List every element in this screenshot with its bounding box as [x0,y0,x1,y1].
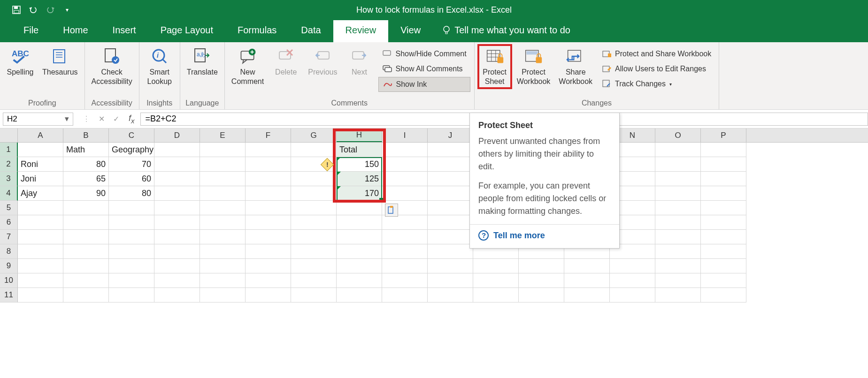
row-header-9[interactable]: 9 [0,259,18,273]
cell-C1[interactable]: Geography [109,143,154,157]
cell-D1[interactable] [154,143,200,157]
cell[interactable] [382,230,428,244]
cell[interactable] [109,215,154,230]
cell[interactable] [337,201,382,215]
cell[interactable] [382,288,428,302]
tab-page-layout[interactable]: Page Layout [148,20,225,42]
cell-J3[interactable] [428,172,473,186]
col-header-E[interactable]: E [200,129,246,142]
paste-options-button[interactable] [385,204,398,217]
cell[interactable] [428,288,473,302]
col-header-H[interactable]: H [337,129,382,142]
cell-F2[interactable] [246,157,291,172]
cell[interactable] [291,230,337,244]
cell[interactable] [154,273,200,288]
cell[interactable] [18,230,63,244]
cell-F1[interactable] [246,143,291,157]
undo-icon[interactable] [28,5,38,15]
cell-H2[interactable]: 150 [337,157,382,172]
cell-A3[interactable]: Joni [18,172,63,186]
cell[interactable] [63,244,109,259]
cell[interactable] [200,288,246,302]
cancel-icon[interactable]: ✕ [99,114,105,123]
cell[interactable] [154,288,200,302]
next-comment-button[interactable]: Next [343,45,376,79]
cell[interactable] [655,201,701,215]
name-box[interactable]: H2 ▾ [3,113,73,126]
cell[interactable] [382,273,428,288]
cell[interactable] [382,215,428,230]
translate-button[interactable]: aあ Translate [184,45,221,79]
col-header-D[interactable]: D [154,129,200,142]
cell[interactable] [63,230,109,244]
cell[interactable] [63,273,109,288]
cell[interactable] [428,230,473,244]
cell-J2[interactable] [428,157,473,172]
new-comment-button[interactable]: NewComment [229,45,267,88]
cell-G4[interactable] [291,186,337,201]
tell-me-more-link[interactable]: ? Tell me more [478,230,611,241]
row-header-1[interactable]: 1 [0,143,18,157]
cell[interactable] [200,230,246,244]
tab-data[interactable]: Data [289,20,333,42]
cell-B3[interactable]: 65 [63,172,109,186]
cell[interactable] [18,288,63,302]
cell[interactable] [63,215,109,230]
cell[interactable] [200,201,246,215]
cell-I2[interactable] [382,157,428,172]
row-header-4[interactable]: 4 [0,186,18,201]
tab-home[interactable]: Home [51,20,100,42]
cell[interactable] [109,230,154,244]
cell[interactable] [154,259,200,273]
cell-O2[interactable] [655,157,701,172]
cell[interactable] [18,201,63,215]
show-hide-comment-button[interactable]: Show/Hide Comment [378,47,470,61]
cell-J1[interactable] [428,143,473,157]
cell[interactable] [291,288,337,302]
cell[interactable] [610,273,655,288]
col-header-G[interactable]: G [291,129,337,142]
delete-comment-button[interactable]: Delete [269,45,302,79]
cell-G3[interactable] [291,172,337,186]
cell[interactable] [701,215,746,230]
cell[interactable] [200,215,246,230]
cell[interactable] [519,288,564,302]
cell[interactable] [701,288,746,302]
cell[interactable] [564,273,610,288]
show-all-comments-button[interactable]: Show All Comments [378,62,470,76]
cell[interactable] [154,215,200,230]
cell[interactable] [246,288,291,302]
cell-C3[interactable]: 60 [109,172,154,186]
cell[interactable] [337,244,382,259]
col-header-J[interactable]: J [428,129,473,142]
previous-comment-button[interactable]: Previous [305,45,340,79]
cell[interactable] [109,288,154,302]
cell-G1[interactable] [291,143,337,157]
cell-A2[interactable]: Roni [18,157,63,172]
select-all-corner[interactable] [0,129,18,142]
cell[interactable] [655,215,701,230]
cell[interactable] [701,259,746,273]
redo-icon[interactable] [45,5,55,15]
save-icon[interactable] [11,5,22,15]
cell[interactable] [337,273,382,288]
row-header-6[interactable]: 6 [0,215,18,230]
cell[interactable] [564,288,610,302]
cell-P3[interactable] [701,172,746,186]
cell-J4[interactable] [428,186,473,201]
cell-H4[interactable]: 170 [337,186,382,201]
protect-sheet-button[interactable]: ProtectSheet [478,45,511,88]
cell-E2[interactable] [200,157,246,172]
cell-B1[interactable]: Math [63,143,109,157]
cell[interactable] [246,215,291,230]
col-header-A[interactable]: A [18,129,63,142]
cell[interactable] [246,230,291,244]
cell[interactable] [291,273,337,288]
protect-workbook-button[interactable]: ProtectWorkbook [514,45,553,88]
tell-me-search[interactable]: Tell me what you want to do [433,20,580,42]
cell[interactable] [655,230,701,244]
tab-insert[interactable]: Insert [100,20,148,42]
cell[interactable] [337,288,382,302]
cell[interactable] [519,273,564,288]
cell[interactable] [701,244,746,259]
